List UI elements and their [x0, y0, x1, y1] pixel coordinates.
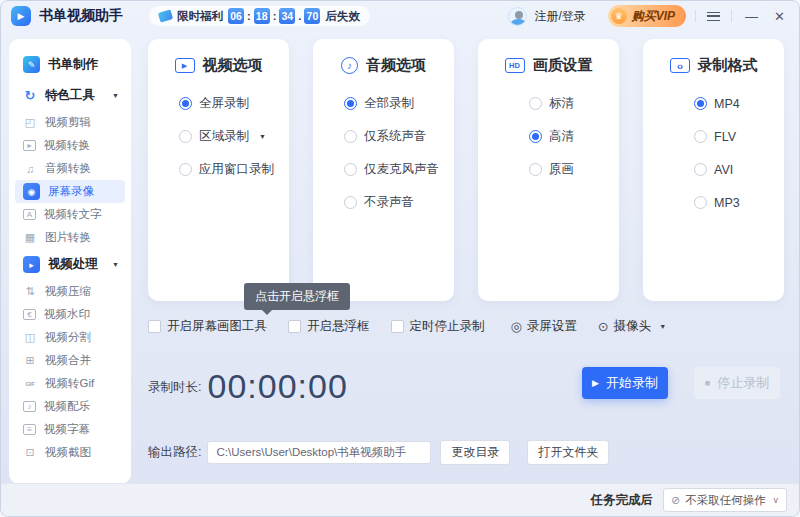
watermark-icon: €	[23, 309, 36, 320]
checkbox-label: 定时停止录制	[410, 318, 485, 335]
panel-title-row: ♪音频选项	[313, 56, 454, 75]
radio-option[interactable]: MP3	[694, 186, 784, 219]
radio-option-label: FLV	[714, 130, 736, 144]
option-list: 全屏录制区域录制▼应用窗口录制	[148, 87, 289, 186]
promo-banner[interactable]: 限时福利 06:18:34.70 后失效	[149, 6, 370, 26]
panel-title: 录制格式	[698, 56, 758, 75]
sidebar-item-11[interactable]: ◫视频分割	[15, 326, 125, 349]
panel-title: 画质设置	[533, 56, 593, 75]
radio-option[interactable]: 原画	[529, 153, 619, 186]
checkbox-floating-box[interactable]: 开启悬浮框	[288, 318, 370, 335]
after-task-select[interactable]: ⊘ 不采取任何操作 ∨	[663, 488, 787, 512]
radio-option[interactable]: 全部录制	[344, 87, 454, 120]
sidebar-item-label: 视频分割	[45, 330, 91, 345]
radio-option[interactable]: 全屏录制	[179, 87, 289, 120]
close-button[interactable]: ✕	[770, 10, 789, 23]
panel-quality-settings: HD画质设置标清高清原画	[478, 39, 619, 301]
sidebar-item-9[interactable]: ⇅视频压缩	[15, 280, 125, 303]
radio-option[interactable]: 应用窗口录制	[179, 153, 289, 186]
start-record-label: 开始录制	[606, 374, 658, 392]
app-title: 书单视频助手	[39, 7, 123, 25]
sidebar-item-5[interactable]: ◉屏幕录像	[15, 180, 125, 203]
sidebar-item-3[interactable]: ▸视频转换	[15, 134, 125, 157]
sidebar-item-14[interactable]: ♪视频配乐	[15, 395, 125, 418]
radio-option[interactable]: MP4	[694, 87, 784, 120]
webcam-button[interactable]: ⊙ 摄像头 ▼	[598, 318, 666, 335]
tooltip-text: 点击开启悬浮框	[255, 289, 339, 303]
radio-option-label: MP4	[714, 97, 740, 111]
promo-separator: :	[273, 10, 277, 22]
option-list: 全部录制仅系统声音仅麦克风声音不录声音	[313, 87, 454, 219]
panel-audio-options: ♪音频选项全部录制仅系统声音仅麦克风声音不录声音	[313, 39, 454, 301]
sidebar-item-0[interactable]: ✎书单制作	[15, 49, 125, 80]
sidebar-item-6[interactable]: A视频转文字	[15, 203, 125, 226]
buy-vip-button[interactable]: ♛ 购买VIP	[608, 5, 686, 27]
radio-option-label: 全部录制	[364, 95, 414, 112]
audio-note-icon: ♪	[341, 57, 358, 74]
crop-icon: ◰	[23, 116, 37, 129]
checkbox-group: 开启屏幕画图工具开启悬浮框定时停止录制	[148, 318, 485, 335]
radio-option[interactable]: 区域录制▼	[179, 120, 289, 153]
radio-option[interactable]: 不录声音	[344, 186, 454, 219]
sidebar-item-label: 视频合并	[45, 353, 91, 368]
checkbox-screen-draw-tool[interactable]: 开启屏幕画图工具	[148, 318, 267, 335]
sidebar-item-2[interactable]: ◰视频剪辑	[15, 111, 125, 134]
radio-option[interactable]: 高清	[529, 120, 619, 153]
radio-option-label: 仅麦克风声音	[364, 161, 439, 178]
subtitle-icon: ≡	[23, 424, 36, 435]
sidebar-item-10[interactable]: €视频水印	[15, 303, 125, 326]
menu-icon[interactable]	[707, 12, 720, 21]
radio-icon	[529, 163, 542, 176]
sidebar-menu: ✎书单制作↻特色工具▼◰视频剪辑▸视频转换♫音频转换◉屏幕录像A视频转文字▦图片…	[9, 39, 131, 484]
change-directory-button[interactable]: 更改目录	[440, 440, 510, 465]
sidebar-item-label: 视频处理	[48, 256, 98, 273]
sidebar-item-16[interactable]: ⊡视频截图	[15, 441, 125, 464]
after-task-label: 任务完成后	[591, 492, 654, 509]
video-to-text-icon: A	[23, 209, 36, 220]
record-settings-button[interactable]: ◎ 录屏设置	[511, 318, 577, 335]
radio-icon	[179, 163, 192, 176]
radio-option[interactable]: AVI	[694, 153, 784, 186]
panel-video-options: ▶视频选项全屏录制区域录制▼应用窗口录制	[148, 39, 289, 301]
login-link[interactable]: 注册/登录	[534, 8, 585, 25]
start-record-button[interactable]: ▶ 开始录制	[582, 367, 668, 399]
sidebar-item-7[interactable]: ▦图片转换	[15, 226, 125, 249]
sidebar-item-8[interactable]: ▸视频处理▼	[15, 249, 125, 280]
checkbox-icon	[288, 320, 301, 333]
minimize-button[interactable]: —	[741, 10, 762, 23]
crown-icon: ♛	[611, 8, 627, 24]
panel-title-row: HD画质设置	[478, 56, 619, 75]
open-folder-button[interactable]: 打开文件夹	[527, 440, 609, 465]
chevron-down-icon: ▼	[659, 323, 666, 330]
option-list: MP4FLVAVIMP3	[643, 87, 784, 219]
radio-icon	[179, 97, 192, 110]
radio-option[interactable]: FLV	[694, 120, 784, 153]
app-window: ▶ 书单视频助手 限时福利 06:18:34.70 后失效 注册/登录 ♛ 购买…	[0, 0, 800, 517]
sidebar-item-4[interactable]: ♫音频转换	[15, 157, 125, 180]
radio-icon	[694, 97, 707, 110]
split-icon: ◫	[23, 331, 37, 344]
radio-option[interactable]: 标清	[529, 87, 619, 120]
video-folder-icon: ▸	[23, 256, 40, 273]
sidebar-item-13[interactable]: GIF视频转Gif	[15, 372, 125, 395]
sidebar-item-label: 屏幕录像	[48, 184, 94, 199]
sidebar-item-1[interactable]: ↻特色工具▼	[15, 80, 125, 111]
sidebar-item-15[interactable]: ≡视频字幕	[15, 418, 125, 441]
radio-option[interactable]: 仅麦克风声音	[344, 153, 454, 186]
radio-icon	[344, 163, 357, 176]
output-row: 输出路径: 更改目录 打开文件夹	[148, 440, 609, 465]
hd-icon: HD	[505, 58, 525, 73]
monitor-play-icon: ▶	[175, 58, 195, 73]
stop-record-button[interactable]: ■ 停止录制	[694, 367, 780, 399]
radio-option[interactable]: 仅系统声音	[344, 120, 454, 153]
output-path-input[interactable]	[207, 441, 431, 464]
screen-record-icon: ◉	[23, 183, 40, 200]
checkbox-timed-stop[interactable]: 定时停止录制	[391, 318, 485, 335]
avatar[interactable]	[508, 7, 527, 26]
sidebar-item-12[interactable]: ⊞视频合并	[15, 349, 125, 372]
edit-page-icon: ✎	[23, 56, 40, 73]
timer-row: 录制时长: 00:00:00 ▶ 开始录制 ■ 停止录制	[148, 359, 800, 405]
stop-record-label: 停止录制	[717, 374, 769, 392]
radio-option-label: 应用窗口录制	[199, 161, 274, 178]
video-convert-icon: ▸	[23, 140, 36, 151]
